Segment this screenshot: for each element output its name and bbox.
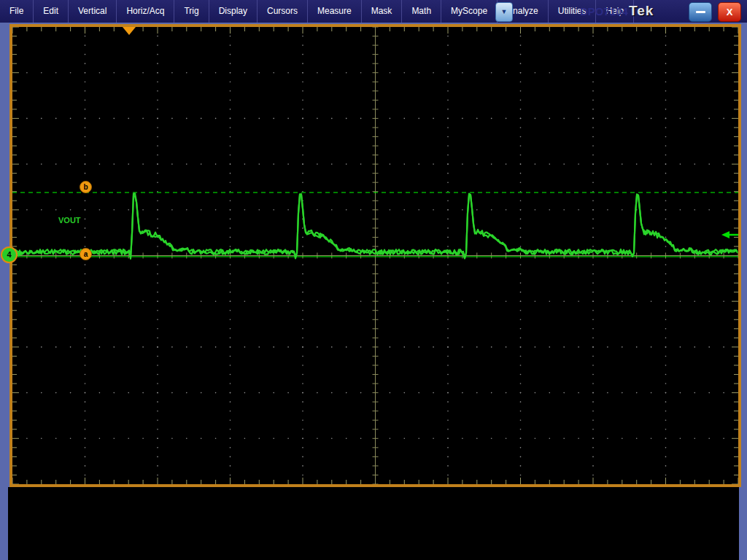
menu-display[interactable]: Display: [209, 0, 258, 23]
menu-file[interactable]: File: [0, 0, 34, 23]
menu-cursors[interactable]: Cursors: [258, 0, 308, 23]
tek-logo: Tek: [629, 3, 654, 19]
trace-label-vout[interactable]: VOUT: [58, 216, 81, 225]
menu-edit[interactable]: Edit: [34, 0, 69, 23]
menu-horiz-acq[interactable]: Horiz/Acq: [117, 0, 174, 23]
model-label: DPO7104: [580, 5, 628, 18]
cursor-a-handle[interactable]: a: [80, 248, 92, 260]
minimize-button[interactable]: [689, 2, 712, 22]
channel-4-marker[interactable]: 4: [1, 246, 18, 263]
menu-math[interactable]: Math: [402, 0, 441, 23]
menu-trig[interactable]: Trig: [174, 0, 209, 23]
close-button[interactable]: X: [718, 2, 741, 22]
menu-mask[interactable]: Mask: [362, 0, 403, 23]
trigger-position-marker[interactable]: [123, 27, 136, 35]
graticule-display: [9, 24, 741, 487]
readout-area: C4 200mV/div DC REJ BW:1.0M V1 -12.0mV V…: [8, 487, 739, 560]
menu-measure[interactable]: Measure: [308, 0, 362, 23]
menu-vertical[interactable]: Vertical: [69, 0, 117, 23]
minimize-icon: [696, 11, 705, 13]
chevron-down-icon: ▼: [501, 8, 508, 15]
menu-myscope[interactable]: MyScope: [441, 0, 498, 23]
cursor-b-handle[interactable]: b: [80, 181, 92, 193]
close-icon: X: [727, 7, 733, 18]
menu-overflow-button[interactable]: ▼: [495, 2, 513, 22]
graticule: [12, 27, 738, 484]
waveform-plot: [12, 27, 738, 484]
